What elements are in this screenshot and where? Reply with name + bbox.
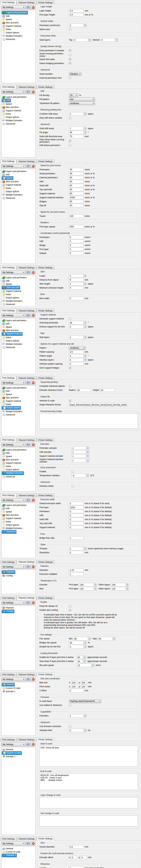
text-input[interactable] (69, 236, 84, 239)
spin-down-button[interactable] (94, 585, 97, 586)
spin-down-button[interactable] (126, 589, 129, 590)
sidebar-item-output-options[interactable]: Output options (2, 523, 35, 527)
tab-filament-settings[interactable]: Filament Settings (17, 438, 36, 442)
sidebar-item-infill[interactable]: Infill (2, 173, 35, 176)
checkbox[interactable] (69, 144, 71, 146)
preset-select[interactable]: My Settings (1, 601, 25, 604)
spin-down-button[interactable] (84, 276, 87, 278)
save-preset-button[interactable] (26, 313, 30, 317)
text-input[interactable] (72, 474, 86, 477)
sidebar-item-multiple-extruders[interactable]: Multiple Extruders (2, 527, 35, 530)
delete-preset-button[interactable] (31, 5, 35, 9)
sidebar-item-multiple-extruders[interactable]: Multiple Extruders (2, 300, 35, 303)
sidebar-item-skirt-and-brim[interactable]: Skirt and brim (2, 329, 35, 332)
spin-up-button[interactable] (84, 336, 87, 337)
delete-preset-button[interactable] (31, 842, 35, 845)
sidebar-item-infill[interactable]: Infill (2, 279, 35, 282)
sidebar-item-output-options[interactable]: Output options (2, 296, 35, 300)
sidebar-item-support-material[interactable]: Support material (2, 109, 35, 112)
spin-up-button[interactable] (84, 325, 87, 327)
tab-filament-settings[interactable]: Filament Settings (17, 673, 36, 676)
text-input[interactable] (77, 659, 83, 663)
spin-down-button[interactable] (84, 132, 87, 134)
tab-print-settings[interactable]: Print Settings (1, 837, 16, 840)
sidebar-item-custom-g-code[interactable]: Custom G-code (2, 850, 35, 854)
sidebar-item-skirt-and-brim[interactable]: Skirt and brim (2, 286, 20, 289)
checkbox[interactable] (69, 77, 71, 79)
sidebar-item-skirt-and-brim[interactable]: Skirt and brim (2, 180, 35, 183)
sidebar-item-layers-and-perimeters[interactable]: Layers and perimeters (2, 448, 35, 452)
sidebar-item-extruder-1[interactable]: Extruder 1 (2, 755, 35, 758)
text-input[interactable] (77, 389, 91, 392)
tab-print-settings[interactable]: Print Settings (1, 596, 16, 600)
text-input[interactable] (69, 244, 84, 247)
sidebar-item-advanced[interactable]: Advanced (2, 38, 35, 41)
sidebar-item-multiple-extruders[interactable]: Multiple Extruders (2, 342, 35, 346)
tab-print-settings[interactable]: Print Settings (1, 438, 16, 442)
sidebar-item-speed[interactable]: Speed (2, 282, 35, 286)
delete-preset-button[interactable] (31, 164, 35, 168)
text-input[interactable] (69, 325, 84, 329)
sidebar-item-support-material[interactable]: Support material (2, 25, 35, 28)
text-input[interactable] (69, 278, 84, 282)
checkbox[interactable]: ✓ (69, 62, 71, 64)
tab-printer-settings[interactable]: Printer Settings (37, 1, 54, 4)
tab-print-settings[interactable]: Print Settings (1, 673, 16, 676)
sidebar-item-infill[interactable]: Infill (2, 99, 11, 102)
sidebar-item-multiple-extruders[interactable]: Multiple Extruders (2, 193, 35, 196)
save-preset-button[interactable] (26, 5, 30, 9)
sidebar-item-layers-and-perimeters[interactable]: Layers and perimeters (2, 169, 35, 173)
tool-change-gcode-textarea[interactable] (39, 815, 138, 827)
spin-down-button[interactable] (92, 665, 94, 667)
spin-up-button[interactable] (126, 583, 129, 585)
sidebar-item-layers-and-perimeters[interactable]: Layers and perimeters (2, 95, 35, 99)
sidebar-item-advanced[interactable]: Advanced (2, 303, 35, 306)
tab-printer-settings[interactable]: Printer Settings (37, 159, 54, 163)
tab-filament-settings[interactable]: Filament Settings (17, 494, 36, 497)
sidebar-item-advanced[interactable]: Advanced (2, 196, 35, 200)
sidebar-item-speed[interactable]: Speed (2, 455, 35, 458)
tab-filament-settings[interactable]: Filament Settings (17, 560, 36, 564)
tab-print-settings[interactable]: Print Settings (1, 266, 16, 270)
sidebar-item-filament[interactable]: Filament (2, 606, 35, 610)
sidebar-item-support-material[interactable]: Support material (2, 517, 35, 520)
save-preset-button[interactable] (26, 498, 30, 502)
checkbox[interactable]: ✓ (69, 140, 71, 142)
text-input[interactable] (111, 583, 126, 586)
text-input[interactable] (71, 856, 77, 859)
text-input[interactable] (69, 286, 84, 289)
spin-up-button[interactable] (84, 358, 87, 360)
dropdown-select[interactable]: RepRap (Marlin/Sprinter/Repetier) (69, 700, 101, 703)
delete-preset-button[interactable] (31, 677, 35, 681)
text-input[interactable] (111, 587, 126, 590)
text-input[interactable] (69, 282, 84, 286)
tab-filament-settings[interactable]: Filament Settings (17, 376, 36, 380)
text-input[interactable] (69, 728, 84, 732)
sidebar-item-infill[interactable]: Infill (2, 507, 35, 510)
sidebar-item-infill[interactable]: Infill (2, 322, 35, 326)
checkbox[interactable]: ✓ (69, 58, 71, 60)
save-preset-button[interactable] (26, 842, 30, 845)
checkbox[interactable]: ✓ (69, 49, 71, 52)
sidebar-item-speed[interactable]: Speed (2, 326, 35, 329)
sidebar-item-support-material[interactable]: Support material (2, 399, 35, 403)
text-input[interactable] (69, 551, 84, 554)
spin-down-button[interactable] (83, 661, 86, 663)
delete-preset-button[interactable] (31, 443, 35, 447)
sidebar-item-multiple-extruders[interactable]: Multiple Extruders (2, 471, 24, 475)
checkbox[interactable] (69, 605, 71, 607)
sidebar-item-support-material[interactable]: Support material (2, 183, 35, 187)
save-preset-button[interactable] (26, 677, 30, 681)
save-preset-button[interactable] (26, 90, 30, 94)
tab-printer-settings[interactable]: Printer Settings (37, 85, 54, 89)
text-input[interactable] (69, 248, 84, 251)
spin-up-button[interactable] (94, 583, 97, 585)
text-input[interactable] (69, 354, 84, 358)
sidebar-item-extruder-1[interactable]: Extruder 1 (2, 690, 35, 693)
text-input[interactable] (69, 214, 84, 218)
sidebar-item-layers-and-perimeters[interactable]: Layers and perimeters (2, 504, 35, 507)
text-input[interactable] (69, 514, 84, 517)
checkbox[interactable] (69, 725, 71, 727)
text-input[interactable] (79, 587, 94, 590)
text-input[interactable] (74, 38, 88, 42)
